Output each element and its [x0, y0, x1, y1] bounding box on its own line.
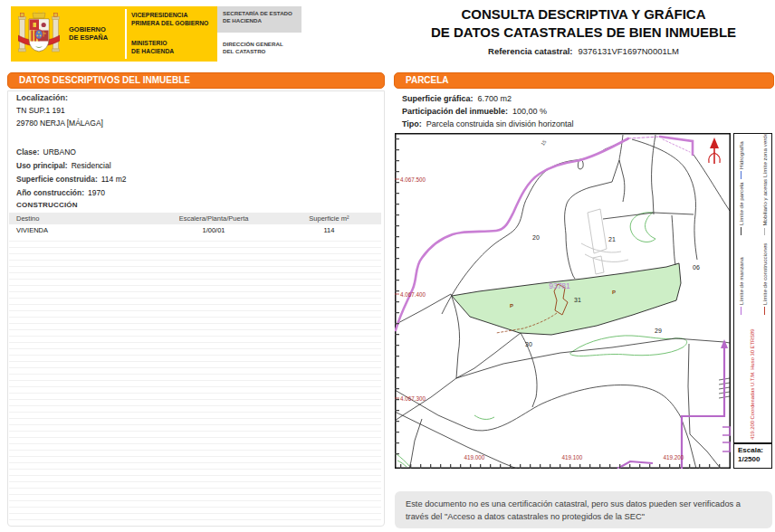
construcciones-line-sample: [764, 307, 765, 315]
y-axis-label-3: 4.067.300: [400, 395, 426, 402]
anio-label: Año construcción:: [16, 188, 84, 197]
cell-escalera: 1/00/01: [150, 226, 277, 234]
parcel-label-06: 06: [693, 264, 700, 271]
parcel-label-20: 20: [532, 234, 540, 241]
inmueble-section-header: DATOS DESCRIPTIVOS DEL INMUEBLE: [7, 72, 385, 89]
tipo-row: Tipo:Parcela construida sin división hor…: [402, 118, 573, 130]
col-escalera: Escalera/Planta/Puerta: [150, 214, 277, 223]
legend-item-manzana: Límite de manzana: [738, 235, 744, 315]
referencia-value: 9376131VF1697N0001LM: [579, 46, 679, 56]
scale-box: Escala: 1/2500: [733, 443, 772, 469]
legend-item-parcela: Límite de parcela: [738, 179, 744, 235]
superficie-grafica-label: Superficie gráfica:: [402, 94, 474, 103]
legend-label: Límite de manzana: [738, 257, 744, 305]
participacion-label: Participación del inmueble:: [402, 107, 508, 116]
legend-label: Límite de parcela: [738, 183, 744, 225]
government-logo-block: GOBIERNO DE ESPAÑA VICEPRESIDENCIA PRIME…: [11, 6, 217, 62]
manzana-line-sample: [741, 307, 742, 315]
localizacion-line-1: TN SUP.1 191: [16, 106, 65, 115]
vicepresidencia-label: VICEPRESIDENCIA PRIMERA DEL GOBIERNO: [131, 12, 208, 28]
parcel-label-31: 31: [574, 297, 581, 303]
map-legend: Límite de manzana Límite de parcela Hidr…: [738, 136, 768, 315]
document-title: CONSULTA DESCRIPTIVA Y GRÁFICA DE DATOS …: [395, 5, 772, 56]
subject-parcel-ref-label: 93781: [549, 281, 570, 290]
anio-value: 1970: [88, 188, 105, 197]
superficie-grafica-value: 6.700 m2: [478, 94, 512, 103]
col-destino: Destino: [9, 214, 150, 223]
scale-label: Escala:: [738, 446, 771, 455]
gobierno-de-espana-label: GOBIERNO DE ESPAÑA: [69, 25, 108, 43]
localizacion-label: Localización:: [16, 93, 68, 102]
referencia-label: Referencia catastral:: [488, 46, 572, 56]
legend-row-1: Límite de manzana Límite de parcela Hidr…: [738, 136, 744, 315]
anio-row: Año construcción:1970: [16, 183, 105, 199]
localizacion-line-2: 29780 NERJA [MÁLAGA]: [16, 119, 103, 128]
parcel-label-29: 29: [655, 328, 662, 334]
cell-destino: VIVIENDA: [9, 226, 150, 234]
legend-item-construcciones: Límite de construcciones: [761, 235, 768, 315]
table-row: VIVIENDA 1/00/01 114: [9, 224, 381, 236]
map-legend-column: 419.200 Coordenadas U.T.M. Huso 30 ETRS8…: [733, 133, 772, 443]
x-axis-label-1: 419.000: [464, 454, 485, 461]
title-line-2: DE DATOS CATASTRALES DE BIEN INMUEBLE: [395, 24, 772, 42]
referencia-catastral: Referencia catastral:9376131VF1697N0001L…: [395, 46, 772, 56]
cadastral-consulta-page: GOBIERNO DE ESPAÑA VICEPRESIDENCIA PRIME…: [0, 0, 775, 532]
y-axis-label-1: 4.067.500: [400, 176, 426, 183]
legend-rotated-content: 419.200 Coordenadas U.T.M. Huso 30 ETRS8…: [735, 134, 770, 442]
tipo-label: Tipo:: [402, 119, 422, 128]
logo-divider: [125, 9, 127, 59]
parcela-section-header: PARCELA: [394, 72, 774, 89]
p-marker-2: P: [612, 290, 616, 295]
title-line-1: CONSULTA DESCRIPTIVA Y GRÁFICA: [395, 5, 772, 24]
legend-label: Límite de construcciones: [761, 243, 768, 305]
x-axis-label-2: 419.100: [562, 454, 583, 461]
legend-label: Mobiliario y aceras: [761, 179, 768, 226]
empty-rows-stripes: [9, 241, 381, 522]
legend-label: Hidrografía: [738, 141, 744, 169]
x-axis-label-3: 419.200: [664, 454, 684, 461]
legend-item-mobiliario: Mobiliario y aceras: [761, 179, 768, 235]
direccion-general-label: DIRECCIÓN GENERAL DEL CATASTRO: [223, 41, 283, 56]
construccion-table-header: Destino Escalera/Planta/Puerta Superfici…: [9, 213, 381, 224]
scale-value: 1/2500: [738, 455, 771, 464]
participacion-row: Participación del inmueble:100,00 %: [402, 105, 547, 118]
mobiliario-line-sample: [764, 228, 765, 235]
legend-row-2: Límite de construcciones Mobiliario y ac…: [761, 136, 768, 315]
parcela-line-sample: [741, 227, 742, 235]
cell-superficie: 114: [277, 226, 381, 234]
cadastral-map: 4.067.500 4.067.400 4.067.300 419.000 41…: [395, 133, 731, 469]
p-marker-1: P: [510, 303, 513, 309]
legend-item-zona-verde: Límite zona verde: [761, 136, 768, 179]
y-axis-label-2: 4.067.400: [400, 291, 426, 298]
construccion-title: CONSTRUCCIÓN: [16, 201, 78, 209]
ministerio-label: MINISTERIO DE HACIENDA: [131, 40, 174, 56]
parcel-label-21: 21: [608, 236, 616, 242]
parcel-label-30: 30: [525, 341, 532, 347]
legend-item-hidrografia: Hidrografía: [738, 136, 744, 179]
spain-coat-of-arms-icon: [18, 10, 60, 58]
parcela-header-label: PARCELA: [406, 75, 449, 85]
hidrografia-line-sample: [741, 171, 742, 179]
inmueble-header-label: DATOS DESCRIPTIVOS DEL INMUEBLE: [19, 75, 190, 85]
disclaimer-note: Este documento no es una certificación c…: [395, 491, 772, 528]
tipo-value: Parcela construida sin división horizont…: [426, 119, 574, 128]
utm-coordinates-note: 419.200 Coordenadas U.T.M. Huso 30 ETRS8…: [735, 320, 770, 440]
participacion-value: 100,00 %: [512, 107, 547, 116]
col-superficie: Superficie m²: [277, 214, 381, 223]
secretaria-box: SECRETARÍA DE ESTADO DE HACIENDA: [217, 6, 301, 33]
construccion-table: Destino Escalera/Planta/Puerta Superfici…: [9, 213, 381, 236]
superficie-grafica-row: Superficie gráfica:6.700 m2: [402, 92, 512, 105]
legend-label: Límite zona verde: [761, 133, 768, 177]
